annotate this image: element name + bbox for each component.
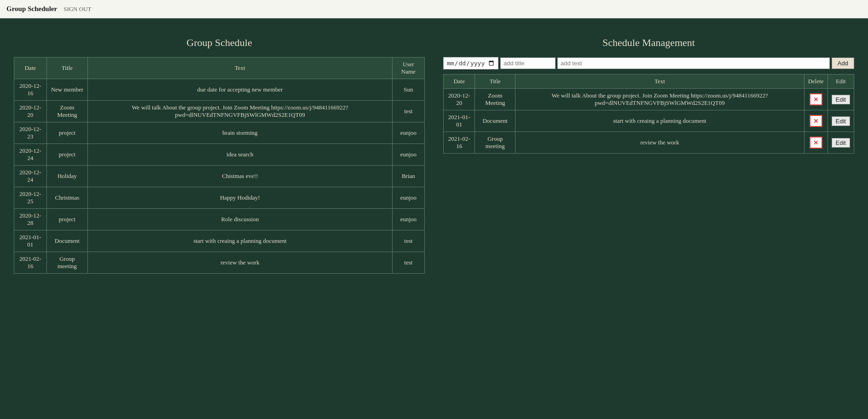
row-date: 2020-12-24 <box>14 144 47 166</box>
mgmt-row-date: 2020-12-20 <box>444 89 475 110</box>
row-user: test <box>392 230 424 252</box>
header: Group Scheduler SIGN OUT <box>0 0 868 18</box>
row-user: test <box>392 101 424 122</box>
table-row: 2020-12-23 project brain storming eunjoo <box>14 122 425 144</box>
row-date: 2021-02-16 <box>14 252 47 274</box>
mgmt-row-title: Zoom Meeting <box>475 89 515 110</box>
edit-button[interactable]: Edit <box>832 116 850 126</box>
row-text: brain storming <box>88 122 392 144</box>
row-title: Holiday <box>46 166 88 187</box>
row-text: Role discussion <box>88 209 392 230</box>
left-panel: Group Schedule Date Title Text User Name… <box>14 37 425 274</box>
row-text: start with creaing a planning document <box>88 230 392 252</box>
mgmt-row-date: 2021-02-16 <box>444 132 475 154</box>
table-row: 2020-12-25 Christmas Happy Hodiday! eunj… <box>14 187 425 209</box>
mgmt-row-edit-cell: Edit <box>827 89 854 110</box>
row-user: Sun <box>392 79 424 101</box>
add-form: Add <box>443 57 854 69</box>
table-row: 2020-12-24 Holiday Chistmas eve!! Brian <box>14 166 425 187</box>
group-schedule-title: Group Schedule <box>14 37 425 49</box>
sign-out-link[interactable]: SIGN OUT <box>64 6 91 13</box>
app-title: Group Scheduler <box>6 5 57 13</box>
group-schedule-table: Date Title Text User Name 2020-12-16 New… <box>14 57 425 274</box>
row-text: idea search <box>88 144 392 166</box>
table-row: 2020-12-16 New member due date for accep… <box>14 79 425 101</box>
row-text: review the work <box>88 252 392 274</box>
row-date: 2020-12-16 <box>14 79 47 101</box>
row-title: Document <box>46 230 88 252</box>
row-date: 2020-12-25 <box>14 187 47 209</box>
col-date: Date <box>14 57 47 79</box>
row-date: 2021-01-01 <box>14 230 47 252</box>
table-row: 2020-12-24 project idea search eunjoo <box>14 144 425 166</box>
schedule-management-title: Schedule Management <box>443 37 854 49</box>
mgmt-col-title: Title <box>475 75 515 89</box>
mgmt-row-edit-cell: Edit <box>827 132 854 154</box>
row-title: Christmas <box>46 187 88 209</box>
right-panel: Schedule Management Add Date Title Text … <box>443 37 854 274</box>
table-row: 2020-12-20 Zoom Meeting We will talk Abo… <box>14 101 425 122</box>
table-row: 2020-12-28 project Role discussion eunjo… <box>14 209 425 230</box>
delete-button[interactable]: ✕ <box>810 137 822 149</box>
row-user: eunjoo <box>392 144 424 166</box>
row-date: 2020-12-20 <box>14 101 47 122</box>
main-content: Group Schedule Date Title Text User Name… <box>0 18 868 287</box>
mgmt-row-delete-cell: ✕ <box>804 110 827 132</box>
mgmt-row-edit-cell: Edit <box>827 110 854 132</box>
row-title: Zoom Meeting <box>46 101 88 122</box>
management-table: Date Title Text Delete Edit 2020-12-20 Z… <box>443 74 854 154</box>
date-input[interactable] <box>443 57 498 69</box>
row-user: eunjoo <box>392 122 424 144</box>
row-date: 2020-12-24 <box>14 166 47 187</box>
row-user: test <box>392 252 424 274</box>
table-row: 2021-02-16 Group meeting review the work… <box>14 252 425 274</box>
text-input[interactable] <box>557 57 830 69</box>
mgmt-row-delete-cell: ✕ <box>804 132 827 154</box>
row-user: Brian <box>392 166 424 187</box>
row-title: New member <box>46 79 88 101</box>
mgmt-row-date: 2021-01-01 <box>444 110 475 132</box>
table-row: 2021-01-01 Document start with creaing a… <box>14 230 425 252</box>
row-user: eunjoo <box>392 187 424 209</box>
mgmt-row-text: review the work <box>515 132 804 154</box>
row-text: Happy Hodiday! <box>88 187 392 209</box>
row-text: Chistmas eve!! <box>88 166 392 187</box>
edit-button[interactable]: Edit <box>832 95 850 104</box>
mgmt-row-text: We will talk About the group project. Jo… <box>515 89 804 110</box>
mgmt-row-title: Group meeting <box>475 132 515 154</box>
edit-button[interactable]: Edit <box>832 138 850 148</box>
table-row: 2021-01-01 Document start with creaing a… <box>444 110 854 132</box>
delete-button[interactable]: ✕ <box>810 115 822 127</box>
table-row: 2020-12-20 Zoom Meeting We will talk Abo… <box>444 89 854 110</box>
row-title: project <box>46 122 88 144</box>
mgmt-col-delete: Delete <box>804 75 827 89</box>
table-row: 2021-02-16 Group meeting review the work… <box>444 132 854 154</box>
mgmt-col-text: Text <box>515 75 804 89</box>
row-text: We will talk About the group project. Jo… <box>88 101 392 122</box>
row-date: 2020-12-23 <box>14 122 47 144</box>
row-title: Group meeting <box>46 252 88 274</box>
delete-button[interactable]: ✕ <box>810 93 822 105</box>
mgmt-col-date: Date <box>444 75 475 89</box>
title-input[interactable] <box>500 57 556 69</box>
row-title: project <box>46 144 88 166</box>
mgmt-row-title: Document <box>475 110 515 132</box>
col-username: User Name <box>392 57 424 79</box>
row-title: project <box>46 209 88 230</box>
row-user: eunjoo <box>392 209 424 230</box>
row-text: due date for accepting new member <box>88 79 392 101</box>
col-title: Title <box>46 57 88 79</box>
mgmt-row-delete-cell: ✕ <box>804 89 827 110</box>
mgmt-col-edit: Edit <box>827 75 854 89</box>
col-text: Text <box>88 57 392 79</box>
add-button[interactable]: Add <box>832 57 854 69</box>
row-date: 2020-12-28 <box>14 209 47 230</box>
mgmt-row-text: start with creaing a planning document <box>515 110 804 132</box>
